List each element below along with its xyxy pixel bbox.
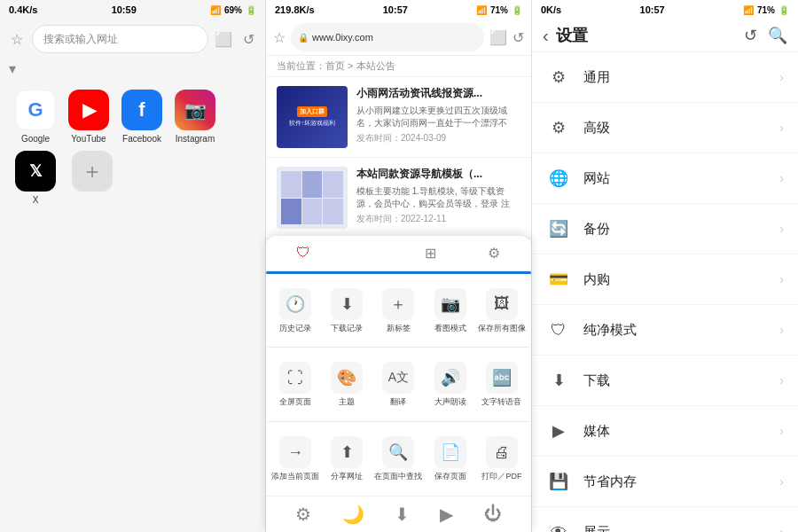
menu-fullscreen[interactable]: ⛶ 全屏页面	[270, 355, 321, 414]
reload-button[interactable]: ↺	[512, 29, 524, 46]
browser-address-bar[interactable]: 🔒 www.0ixy.com	[291, 23, 484, 51]
security-badge-icon[interactable]: 🛡	[273, 241, 333, 264]
grid-icon[interactable]: ⊞	[401, 241, 461, 265]
bookmark-x[interactable]: 𝕏 X	[9, 151, 62, 205]
menu-downloads[interactable]: ⬇ 下载记录	[321, 281, 372, 340]
menu-reader-mode[interactable]: 📷 看图模式	[425, 281, 476, 340]
settings-title: 设置	[556, 25, 737, 46]
purchase-icon: 💳	[546, 267, 571, 292]
menu-save-page[interactable]: 📄 保存页面	[425, 429, 476, 489]
settings-item-display[interactable]: 👁 展示 ›	[532, 507, 798, 532]
download-icon[interactable]: ⬇	[395, 504, 410, 525]
menu-save-images[interactable]: 🖼 保存所有图像	[476, 281, 528, 340]
bookmark-icon[interactable]: ☆	[273, 29, 286, 46]
bookmark-facebook[interactable]: f Facebook	[115, 90, 168, 144]
tabs-button[interactable]: ⬜	[489, 29, 507, 46]
search-address-bar[interactable]: 搜索或输入网址	[32, 25, 208, 53]
search-icon[interactable]: 🔍	[768, 26, 787, 45]
bookmark-google[interactable]: G Google	[9, 90, 62, 144]
settings-label-download: 下载	[583, 372, 767, 389]
youtube-icon: ▶	[68, 90, 109, 130]
menu-new-tab[interactable]: ＋ 新标签	[372, 281, 424, 340]
lock-icon: 🔒	[298, 33, 309, 43]
more-arrow-icon[interactable]: ▾	[9, 61, 16, 76]
settings-label-backup: 备份	[583, 221, 767, 238]
tabs-icon[interactable]: ⬜	[214, 31, 233, 48]
menu-translate[interactable]: A文 翻译	[372, 355, 424, 414]
settings-label-memory: 节省内存	[583, 473, 767, 490]
menu-translate-label: 翻译	[390, 397, 406, 407]
settings-item-pure-mode[interactable]: 🛡 纯净模式 ›	[532, 305, 798, 356]
settings-gear-icon[interactable]: ⚙	[295, 504, 311, 525]
bookmarks-grid: G Google ▶ YouTube f Facebook 📷 Instagra…	[0, 81, 265, 221]
settings-item-advanced[interactable]: ⚙ 高级 ›	[532, 103, 798, 153]
thumb2-cell	[323, 199, 343, 225]
menu-save-page-label: 保存页面	[434, 472, 466, 481]
bookmark-star-icon[interactable]: ☆	[7, 31, 27, 48]
reader-icon: 📷	[434, 288, 466, 320]
settings-item-backup[interactable]: 🔄 备份 ›	[532, 204, 798, 254]
facebook-icon: f	[121, 90, 162, 130]
settings-item-general[interactable]: ⚙ 通用 ›	[532, 52, 798, 103]
back-button[interactable]: ‹	[543, 26, 549, 46]
menu-save-images-label: 保存所有图像	[478, 324, 526, 333]
settings-item-purchase[interactable]: 💳 内购 ›	[532, 254, 798, 305]
speed-indicator-3: 0K/s	[541, 4, 561, 15]
menu-theme[interactable]: 🎨 主题	[321, 355, 372, 414]
reload-icon[interactable]: ↺	[239, 31, 258, 48]
settings-header-icons: ↺ 🔍	[744, 26, 787, 45]
settings-label-pure-mode: 纯净模式	[583, 322, 767, 339]
menu-text-to-speech[interactable]: 🔤 文字转语音	[476, 355, 528, 414]
find-icon: 🔍	[382, 436, 414, 468]
bookmark-label-facebook: Facebook	[122, 134, 161, 144]
status-bar-3: 0K/s 10:57 📶 71% 🔋	[532, 0, 798, 20]
menu-share[interactable]: ⬆ 分享网址	[321, 429, 372, 489]
share-icon: ⬆	[331, 436, 363, 468]
advanced-icon: ⚙	[546, 115, 571, 140]
settings-label-general: 通用	[583, 69, 767, 86]
arrow-icon: ›	[779, 424, 784, 438]
power-icon[interactable]: ⏻	[484, 504, 502, 525]
memory-icon: 💾	[546, 469, 571, 494]
arrow-icon: ›	[779, 222, 784, 236]
address-bar-row: ☆ 搜索或输入网址 ⬜ ↺	[0, 20, 265, 59]
menu-add-homepage[interactable]: → 添加当前页面	[270, 429, 321, 489]
status-icons-2: 📶 71% 🔋	[476, 5, 522, 15]
website-icon: 🌐	[546, 166, 571, 191]
menu-add-homepage-label: 添加当前页面	[271, 472, 319, 481]
settings-icon[interactable]: ⚙	[464, 241, 524, 265]
article-info-1: 小雨网活动资讯线报资源... 从小雨网建立以来更换过四五次顶级域名，大家访问雨网…	[356, 86, 520, 148]
settings-item-media[interactable]: ▶ 媒体 ›	[532, 406, 798, 457]
refresh-icon[interactable]: ↺	[744, 26, 757, 45]
night-mode-icon[interactable]: 🌙	[342, 504, 364, 525]
add-bookmark-button[interactable]: ＋	[72, 151, 113, 192]
thumb2-grid	[281, 171, 343, 224]
history-icon: 🕐	[279, 288, 311, 320]
article-desc-1: 从小雨网建立以来更换过四五次顶级域名，大家访问雨网一直处于一个漂浮不	[356, 105, 520, 129]
media-play-icon[interactable]: ▶	[440, 504, 453, 525]
article-thumb-2	[277, 167, 348, 229]
article-item-2[interactable]: 本站同款资源导航模板（... 模板主要功能 1.导航模块, 等级下载资源，会员中…	[266, 158, 531, 239]
bookmark-youtube[interactable]: ▶ YouTube	[62, 90, 115, 144]
menu-tts-read[interactable]: 🔊 大声朗读	[425, 355, 476, 414]
menu-fullscreen-label: 全屏页面	[279, 397, 311, 407]
menu-history[interactable]: 🕐 历史记录	[270, 281, 321, 340]
menu-find-in-page[interactable]: 🔍 在页面中查找	[372, 429, 424, 489]
bookmark-instagram[interactable]: 📷 Instagram	[168, 90, 222, 144]
article-item-1[interactable]: 加入口群 软件↑坏游戏福利 小雨网活动资讯线报资源... 从小雨网建立以来更换过…	[266, 77, 531, 158]
panel-settings: 0K/s 10:57 📶 71% 🔋 ‹ 设置 ↺ 🔍 ⚙ 通用 › ⚙ 高级 …	[532, 0, 798, 532]
add-bookmark-item[interactable]: ＋	[62, 151, 115, 205]
settings-item-website[interactable]: 🌐 网站 ›	[532, 153, 798, 204]
thumb2-cell	[281, 199, 301, 225]
menu-downloads-label: 下载记录	[331, 324, 363, 333]
thumb2-cell	[281, 171, 301, 198]
add-icon: ＋	[82, 157, 103, 185]
arrow-icon: ›	[779, 525, 784, 532]
article-thumb-1: 加入口群 软件↑坏游戏福利	[277, 86, 348, 148]
settings-label-media: 媒体	[583, 423, 767, 440]
settings-item-download[interactable]: ⬇ 下载 ›	[532, 356, 798, 406]
menu-print[interactable]: 🖨 打印／PDF	[476, 429, 528, 489]
article-title-2: 本站同款资源导航模板（...	[356, 167, 520, 182]
battery-icon-3: 🔋	[778, 5, 789, 15]
settings-item-memory[interactable]: 💾 节省内存 ›	[532, 457, 798, 507]
